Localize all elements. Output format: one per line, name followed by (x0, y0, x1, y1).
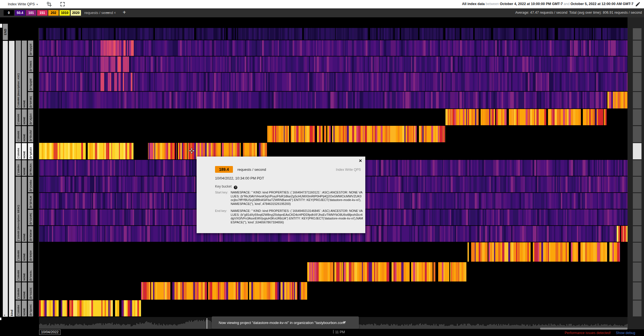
ancestor-cell-14[interactable]: NONE (22, 262, 27, 281)
row-indicator-13[interactable] (633, 243, 641, 262)
value-cell-14-label: (b"ow3c. (29, 270, 32, 281)
ancestor-cell-5-label: NONE (23, 117, 26, 125)
ancestor-cell-13[interactable]: NONE (22, 243, 27, 262)
value-cell-11[interactable]: (b"U2VR( (28, 210, 33, 225)
value-cell-15[interactable]: (b"O2Z3( (28, 282, 33, 300)
row-indicator-8[interactable] (633, 160, 641, 176)
row-indicator-1[interactable] (633, 41, 641, 56)
help-icon[interactable]: ? (234, 186, 237, 189)
ancestor-cell-15-label: NONE (23, 291, 26, 300)
header-between: between (485, 2, 500, 6)
value-cell-14[interactable]: (b"ow3c. (28, 262, 33, 281)
top-toolbar: Index Write QPS▾ All index data between … (0, 0, 644, 8)
start-key-label: Start key: (215, 191, 230, 194)
ancestor-cell-5[interactable]: NONE (22, 109, 27, 125)
value-cell-2[interactable]: (b"l39dS (28, 57, 33, 72)
value-cell-13[interactable]: (b"D9)Vr (28, 243, 33, 262)
index-cell-9[interactable]: (`166495 (description: DESC) (16, 177, 21, 242)
axis-end-cell[interactable]: END (3, 24, 8, 40)
tooltip-close-icon[interactable]: × (359, 158, 362, 164)
value-cell-7[interactable]: (b"g81dX (28, 143, 33, 159)
value-cell-4[interactable]: (b"DFSE( (28, 92, 33, 108)
zoom-in-button[interactable]: + (121, 9, 128, 16)
ancestor-cell-8[interactable]: NONE (22, 160, 27, 176)
index-cell-8[interactable]: (`166494 (16, 160, 21, 176)
index-cell-7[interactable]: (`166494 (16, 143, 21, 159)
ancestor-cell-7[interactable]: NONE (22, 143, 27, 159)
index-cell-9-label: (`166495 (description: DESC) (17, 205, 20, 242)
show-debug-panel-link[interactable]: Show debug panel (616, 331, 644, 336)
row-indicator-15[interactable] (633, 282, 641, 300)
crop-icon[interactable] (46, 1, 52, 7)
ancestor-cell-15[interactable]: NONE (22, 282, 27, 300)
row-indicator-2[interactable] (633, 57, 641, 72)
row-indicator-7[interactable] (633, 143, 641, 159)
row-indicator-3[interactable] (633, 73, 641, 91)
start-key-value: NAMESPACE: '' KIND: kind PROPERTIES: (`1… (231, 191, 363, 206)
index-cell-13[interactable]: (`166495 (16, 243, 21, 262)
invert-colors-icon[interactable]: ◐ (112, 10, 119, 15)
tooltip-value-badge: 189.4 (215, 166, 233, 173)
snackbar-close-icon[interactable]: × (341, 320, 347, 325)
end-key-value: NAMESPACE: '' KIND: kind PROPERTIES: (`1… (231, 209, 363, 224)
row-indicator-12[interactable] (633, 226, 641, 242)
index-cell-14[interactable]: (`166495 (16, 262, 21, 281)
value-cell-1[interactable]: (b"xQQ3l (28, 41, 33, 56)
index-cell-5[interactable]: (`166495 (16, 109, 21, 125)
time-tick (333, 330, 333, 333)
move-cursor-icon (189, 148, 195, 154)
ancestor-cell-1[interactable]: NONE (22, 41, 27, 108)
row-indicator-9[interactable] (633, 177, 641, 192)
legend-stop-1010: 1010 (59, 10, 70, 16)
performance-warning: Performance issues detected! (565, 331, 611, 335)
ancestor-cell-6[interactable]: NONE (22, 126, 27, 142)
ancestor-cell-9[interactable]: NONE (22, 177, 27, 242)
value-cell-8[interactable]: (b"RkJ0A (28, 160, 33, 176)
row-indicator-0[interactable] (633, 28, 641, 40)
minimap-cursor[interactable] (207, 318, 207, 329)
horizontal-scrollbar-thumb[interactable] (540, 328, 628, 330)
row-indicator-5[interactable] (633, 109, 641, 125)
kind-cell[interactable]: kind (9, 41, 15, 317)
index-cell-15[interactable]: (`166494 (16, 282, 21, 300)
metric-selector[interactable]: Index Write QPS▾ (8, 2, 38, 6)
key-visualizer-app: Index Write QPS▾ All index data between … (0, 0, 644, 336)
index-cell-16[interactable]: (`166494 (16, 300, 21, 316)
fullscreen-icon[interactable] (60, 1, 65, 7)
value-cell-10[interactable]: (b")DYLM (28, 193, 33, 209)
value-cell-3[interactable]: (b"SpQNl (28, 73, 33, 91)
row-indicator-4[interactable] (633, 92, 641, 108)
index-cell-6[interactable]: (`166495 (16, 126, 21, 142)
index-cell-13-label: (`166495 (17, 250, 20, 262)
value-cell-8-label: (b"RkJ0A (29, 163, 32, 176)
index-cell-16-label: (`166494 (17, 305, 20, 316)
index-cell-5-label: (`166495 (17, 114, 20, 125)
value-cell-3-label: (b"SpQNl (29, 79, 32, 91)
index-cell-6-label: (`166495 (17, 131, 20, 142)
row-indicator-6[interactable] (633, 126, 641, 142)
zoom-out-button[interactable]: – (104, 9, 111, 16)
value-cell-5[interactable]: (b"JQZc\ (28, 109, 33, 125)
row-indicator-11[interactable] (633, 210, 641, 225)
header-end-date: October 5, 2022 at 12:00:00 AM GMT-7 (571, 2, 633, 6)
row-indicator-10[interactable] (633, 193, 641, 209)
edit-pencil-icon[interactable] (635, 1, 641, 7)
value-cell-6[interactable]: (b"EnJlzl (28, 126, 33, 142)
namespace-cell-label: " (4, 314, 7, 317)
row-indicator-14[interactable] (633, 262, 641, 281)
legend-stop-151: 151 (37, 10, 47, 16)
metric-selector-label: Index Write QPS (8, 2, 35, 6)
value-cell-16[interactable]: (b"2p34C (28, 300, 33, 316)
value-cell-9[interactable]: (b"yUebo (28, 177, 33, 192)
header-prefix: All index data (462, 2, 485, 6)
tooltip-section-label: Key bucket? (215, 184, 237, 189)
ancestor-cell-16[interactable]: NONE (22, 300, 27, 316)
index-cell-1[interactable]: (`166495 (description: ASC) (16, 41, 21, 108)
ancestor-cell-16-label: NONE (23, 308, 26, 316)
header-start-date: October 4, 2022 at 10:00:00 PM GMT-7 (500, 2, 563, 6)
namespace-cell[interactable]: " (3, 41, 8, 317)
value-cell-12[interactable]: (b"EbKW (28, 226, 33, 242)
snackbar-message: Now viewing project "datastore-mode-kv-n… (219, 321, 346, 325)
index-cell-15-label: (`166494 (17, 288, 20, 300)
row-indicator-16[interactable] (633, 300, 641, 316)
